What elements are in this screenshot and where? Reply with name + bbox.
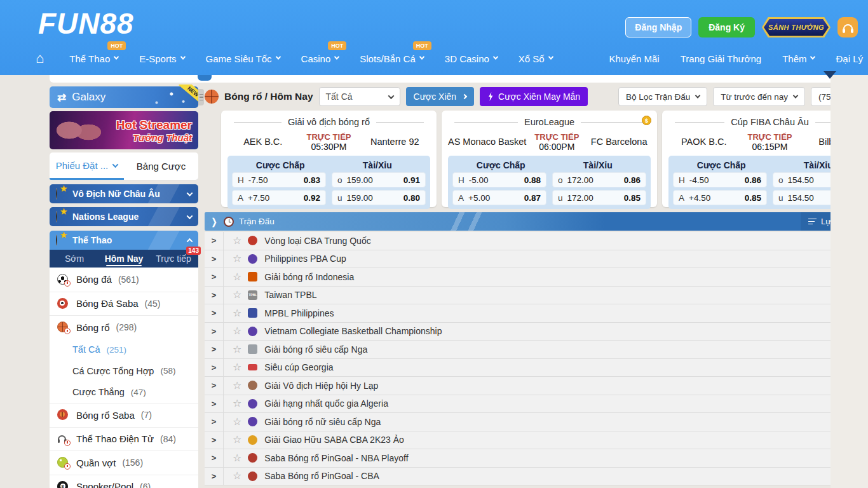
sidebar-item-snooker-pool[interactable]: Snooker/Pool(6) xyxy=(50,475,198,488)
register-button[interactable]: Đăng Ký xyxy=(698,17,755,37)
favorite-star-icon[interactable]: ☆ xyxy=(233,453,241,463)
favorite-star-icon[interactable]: ☆ xyxy=(233,398,241,409)
home-icon[interactable]: ⌂ xyxy=(36,52,44,65)
home-team: AS Monaco Basket xyxy=(448,137,526,147)
league-title: EuroLeague xyxy=(448,115,651,129)
nav-slots-ban-ca[interactable]: Slots/Bắn CáHOT xyxy=(360,53,424,64)
chevron-down-icon xyxy=(810,54,815,59)
support-button[interactable] xyxy=(837,17,858,37)
sidebar-item-bong-da-saba[interactable]: Bóng Đá Saba(45) xyxy=(50,292,198,316)
favorite-star-icon[interactable]: ☆ xyxy=(233,435,241,445)
accordion-the-thao[interactable]: ★ Thể Thao xyxy=(50,231,198,250)
league-logo xyxy=(248,327,257,336)
nav-them[interactable]: Thêm xyxy=(782,53,815,64)
under-odds[interactable]: u159.000.80 xyxy=(332,190,426,205)
right-gutter xyxy=(831,75,868,488)
favorite-star-icon[interactable]: ☆ xyxy=(233,254,241,264)
tab-truc-tiep[interactable]: Trực tiếp143 xyxy=(149,250,198,268)
league-row[interactable]: >☆Saba Bóng rổ PinGoal - NBA Playoff xyxy=(205,449,868,468)
league-filter-select[interactable]: Tất Cả xyxy=(319,87,400,106)
over-under-header: Tài/Xỉu xyxy=(550,160,647,170)
favorite-star-icon[interactable]: ☆ xyxy=(233,326,241,336)
nav-the-thao[interactable]: Thể ThaoHOT xyxy=(65,53,118,64)
nav-esports[interactable]: E-Sports xyxy=(139,53,184,64)
favorite-star-icon[interactable]: ☆ xyxy=(233,236,241,246)
chevron-down-icon xyxy=(114,54,119,59)
nav-khuyen-mai[interactable]: Khuyến Mãi xyxy=(609,53,659,64)
league-row[interactable]: >☆Philippines PBA Cup xyxy=(205,250,868,269)
league-row[interactable]: >☆Vòng loại CBA Trung Quốc xyxy=(205,232,868,250)
match-card[interactable]: EuroLeague $ AS Monaco Basket TRỰC TIẾP0… xyxy=(442,111,657,207)
favorite-star-icon[interactable]: ☆ xyxy=(233,381,241,391)
league-row[interactable]: >☆Giải bóng rổ nữ siêu cấp Nga xyxy=(205,413,868,431)
favorite-star-icon[interactable]: ☆ xyxy=(233,362,241,372)
handicap-home-odds[interactable]: H-7.500.83 xyxy=(232,172,326,187)
favorite-star-icon[interactable]: ☆ xyxy=(233,471,241,481)
accordion-nations-league[interactable]: ★ Nations League xyxy=(50,207,198,226)
basketball-icon xyxy=(57,321,70,334)
favorite-star-icon[interactable]: ☆ xyxy=(233,290,241,300)
under-odds[interactable]: u172.000.85 xyxy=(552,190,646,205)
sidebar-item-bong-da[interactable]: Bóng đá(561) xyxy=(50,268,198,292)
match-time: 06:00PM xyxy=(526,142,587,152)
nav-dai-ly[interactable]: Đại Lý xyxy=(836,53,863,64)
sidebar-subitem-tat-ca[interactable]: Tất Cả(251) xyxy=(50,339,198,361)
sidebar-subitem-ca-cuoc-tong-hop[interactable]: Cá Cược Tổng Hợp(58) xyxy=(50,360,198,382)
sidebar-subitem-cuoc-thang[interactable]: Cược Thắng(47) xyxy=(50,382,198,403)
nav-3d-casino[interactable]: 3D Casino xyxy=(445,53,498,64)
nav-casino[interactable]: CasinoHOT xyxy=(301,53,339,64)
sidebar-item-quan-vot[interactable]: Quần vợt(156) xyxy=(50,451,198,475)
handicap-away-odds[interactable]: A+7.500.92 xyxy=(232,190,326,205)
over-odds[interactable]: o172.000.86 xyxy=(552,172,646,187)
sidebar-item-bong-ro-saba[interactable]: Bóng rổ Saba(7) xyxy=(50,403,198,427)
tab-bang-cuoc[interactable]: Bảng Cược xyxy=(124,152,198,180)
tab-som[interactable]: Sớm xyxy=(50,250,99,268)
league-row[interactable]: >☆Vietnam Collegiate Basketball Champion… xyxy=(205,323,868,341)
favorite-star-icon[interactable]: ☆ xyxy=(233,417,241,427)
hot-streamer-banner[interactable]: Hot Streamer Tưởng Thuật xyxy=(50,111,198,149)
expand-arrow-icon[interactable]: ❭ xyxy=(205,217,224,227)
rewards-lobby-label: SẢNH THƯỞNG xyxy=(764,19,829,36)
sidebar-item-the-thao-dien-tu[interactable]: Thể Thao Điện Tử(84) xyxy=(50,427,198,451)
handicap-home-odds[interactable]: H-5.000.88 xyxy=(452,172,546,187)
lucky-parlay-button[interactable]: Cược Xiên May Mắn xyxy=(480,87,588,106)
league-row[interactable]: >☆Giải Giao Hữu SABA CBA 2K23 Ảo xyxy=(205,431,868,450)
new-ribbon: NEW xyxy=(174,85,200,104)
chevron-right-icon: > xyxy=(205,431,224,449)
login-button[interactable]: Đăng Nhập xyxy=(625,17,691,37)
league-logo xyxy=(248,344,257,354)
galaxy-banner[interactable]: ⇄ Galaxy NEW xyxy=(50,86,198,108)
tab-hom-nay[interactable]: Hôm Nay xyxy=(99,250,149,268)
tab-phieu-dat[interactable]: Phiếu Đặt ... xyxy=(50,152,124,180)
fun88-logo[interactable]: FUN88 xyxy=(38,6,134,41)
nav-game-sieu-toc[interactable]: Game Siêu Tốc xyxy=(206,53,280,64)
scroll-arrow-icon[interactable] xyxy=(824,71,836,79)
league-row[interactable]: >☆Giải hạng nhất quốc gia Algeria xyxy=(205,395,868,414)
league-row[interactable]: >☆Giải Vô địch Hiệp hội Hy Lạp xyxy=(205,377,868,395)
league-row[interactable]: >☆Siêu cúp Georgia xyxy=(205,359,868,377)
match-filter-dropdown[interactable]: Bộ Lọc Trận Đấu xyxy=(618,87,707,106)
nav-xo-so[interactable]: Xổ Số xyxy=(519,53,553,64)
favorite-star-icon[interactable]: ☆ xyxy=(233,344,241,355)
over-odds[interactable]: o159.000.91 xyxy=(332,172,426,187)
nav-trang-giai-thuong[interactable]: Trang Giải Thưởng xyxy=(681,53,761,64)
chevron-right-icon: > xyxy=(205,377,224,395)
accordion-vo-dich-nu-chau-au[interactable]: ★ Vô Địch Nữ Châu Âu xyxy=(50,184,198,203)
league-row[interactable]: >☆Giải bóng rổ siêu cấp Nga xyxy=(205,341,868,359)
time-range-dropdown[interactable]: Từ trước đến nay xyxy=(713,87,805,106)
handicap-home-odds[interactable]: H-4.500.86 xyxy=(673,172,767,187)
chevron-right-icon: > xyxy=(205,268,224,286)
league-row[interactable]: >☆MPBL Philippines xyxy=(205,304,868,323)
rewards-lobby-badge[interactable]: SẢNH THƯỞNG xyxy=(762,17,831,37)
league-row[interactable]: >☆Giải bóng rổ Indonesia xyxy=(205,268,868,287)
odds-panel: Cược ChấpTài/Xỉu H-5.000.88 A+5.000.87 o… xyxy=(448,156,651,209)
favorite-star-icon[interactable]: ☆ xyxy=(233,272,241,282)
league-row[interactable]: >☆TPBLTaiwan TPBL xyxy=(205,287,868,305)
handicap-away-odds[interactable]: A+4.500.85 xyxy=(673,190,767,205)
league-row[interactable]: >☆Saba Bóng rổ PinGoal - CBA xyxy=(205,468,868,486)
sidebar-item-bong-ro[interactable]: Bóng rổ(298) xyxy=(50,315,198,339)
favorite-star-icon[interactable]: ☆ xyxy=(233,308,241,318)
handicap-away-odds[interactable]: A+5.000.87 xyxy=(452,190,546,205)
match-card[interactable]: Giải vô địch bóng rổ AEK B.C. TRỰC TIẾP0… xyxy=(221,111,437,207)
parlay-button[interactable]: Cược Xiên xyxy=(406,87,475,106)
